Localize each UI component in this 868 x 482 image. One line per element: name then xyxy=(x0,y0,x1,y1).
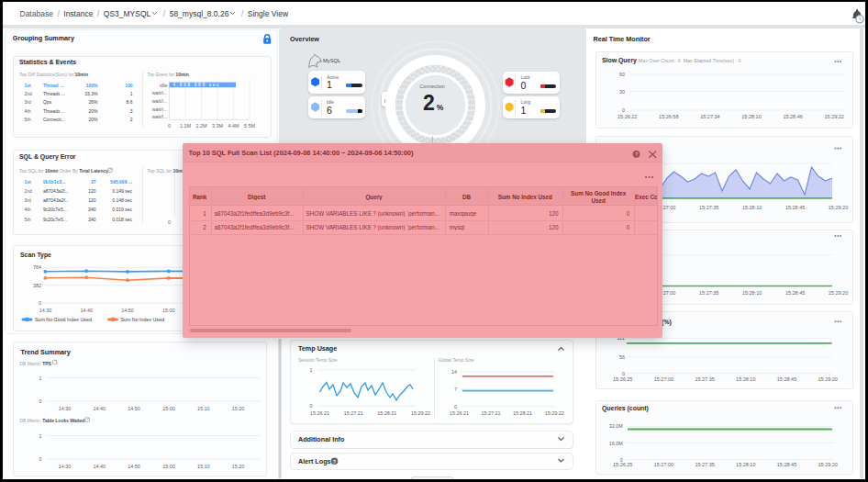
svg-text:Connection: Connection xyxy=(419,84,444,89)
svg-text:0: 0 xyxy=(168,123,171,129)
svg-text:15:10: 15:10 xyxy=(197,406,210,411)
svg-text:0: 0 xyxy=(310,403,313,409)
svg-text:15:26:21: 15:26:21 xyxy=(310,410,329,416)
svg-text:Sum No Index Used: Sum No Index Used xyxy=(121,317,164,322)
svg-text:15:26:25: 15:26:25 xyxy=(613,462,632,467)
svg-text:15:28:45: 15:28:45 xyxy=(777,376,796,382)
svg-text:1: 1 xyxy=(310,367,313,373)
svg-text:56: 56 xyxy=(619,354,625,360)
svg-text:15:27:35: 15:27:35 xyxy=(699,290,718,296)
svg-text:idle: idle xyxy=(160,83,167,88)
svg-text:3.3M: 3.3M xyxy=(212,123,223,129)
svg-text:0: 0 xyxy=(39,398,42,404)
svg-text:wait/l...: wait/l... xyxy=(151,114,168,119)
svg-text:0: 0 xyxy=(622,371,625,376)
svg-text:15:00: 15:00 xyxy=(162,464,175,469)
svg-text:wait/i...: wait/i... xyxy=(151,90,168,95)
svg-text:15:28:21: 15:28:21 xyxy=(513,410,532,416)
svg-text:15:00: 15:00 xyxy=(162,406,175,411)
svg-text:14:50: 14:50 xyxy=(121,308,134,313)
svg-text:15:26:22: 15:26:22 xyxy=(618,114,637,119)
svg-text:wait/i...: wait/i... xyxy=(151,106,168,112)
svg-text:15:29:20: 15:29:20 xyxy=(829,205,848,210)
svg-text:14:30: 14:30 xyxy=(39,308,52,313)
svg-text:15:20: 15:20 xyxy=(232,406,245,411)
svg-text:2: 2 xyxy=(423,91,435,115)
svg-text:14:40: 14:40 xyxy=(80,308,93,313)
svg-text:15:27:35: 15:27:35 xyxy=(695,462,714,467)
svg-text:15:28:10: 15:28:10 xyxy=(736,462,755,467)
svg-text:382: 382 xyxy=(33,283,41,288)
svg-text:15:26:25: 15:26:25 xyxy=(613,376,632,382)
svg-text:15:27:34: 15:27:34 xyxy=(700,114,719,119)
svg-text:0: 0 xyxy=(168,219,171,225)
svg-text:14:30: 14:30 xyxy=(59,464,72,469)
svg-text:32.0M: 32.0M xyxy=(609,423,623,429)
svg-text:14: 14 xyxy=(451,369,457,375)
svg-text:4.4M: 4.4M xyxy=(228,123,239,129)
svg-text:15:27:21: 15:27:21 xyxy=(344,410,363,416)
svg-text:764: 764 xyxy=(33,264,41,270)
svg-text:30: 30 xyxy=(619,89,625,95)
svg-text:15:26:21: 15:26:21 xyxy=(450,410,469,416)
svg-text:15:20: 15:20 xyxy=(232,464,245,469)
svg-text:15:29:20: 15:29:20 xyxy=(818,376,837,382)
svg-text:15:28:45: 15:28:45 xyxy=(785,205,805,210)
svg-text:15:27:35: 15:27:35 xyxy=(699,205,718,210)
svg-text:15:26:58: 15:26:58 xyxy=(659,114,678,119)
svg-text:1: 1 xyxy=(39,376,42,381)
svg-text:15:27:00: 15:27:00 xyxy=(654,462,673,467)
svg-text:wait/i...: wait/i... xyxy=(151,98,168,104)
svg-text:14:50: 14:50 xyxy=(128,464,140,469)
svg-text:15:28:45: 15:28:45 xyxy=(785,290,805,296)
svg-text:14:50: 14:50 xyxy=(128,406,140,411)
svg-text:1: 1 xyxy=(39,433,42,439)
svg-text:15:29:22: 15:29:22 xyxy=(545,410,564,416)
svg-text:15:28:21: 15:28:21 xyxy=(377,410,396,416)
svg-text:0: 0 xyxy=(39,300,41,306)
svg-text:4,608.989 sec: 4,608.989 sec xyxy=(173,83,220,87)
svg-text:15:28:10: 15:28:10 xyxy=(742,205,762,210)
svg-text:15:28:10: 15:28:10 xyxy=(741,114,761,119)
svg-text:14:40: 14:40 xyxy=(94,464,106,469)
svg-text:15:28:46: 15:28:46 xyxy=(783,114,802,119)
svg-text:15:10: 15:10 xyxy=(197,464,210,469)
svg-text:Sum No Good Index Used: Sum No Good Index Used xyxy=(35,317,92,322)
svg-text:15:28:10: 15:28:10 xyxy=(736,376,755,382)
svg-text:%: % xyxy=(437,103,444,112)
svg-text:?: ? xyxy=(333,459,336,465)
svg-text:15:28:10: 15:28:10 xyxy=(742,290,762,296)
svg-text:60: 60 xyxy=(619,72,625,77)
svg-text:0: 0 xyxy=(622,107,625,113)
svg-text:15:29:22: 15:29:22 xyxy=(824,114,843,119)
svg-text:14:40: 14:40 xyxy=(94,406,106,411)
svg-text:1.1M: 1.1M xyxy=(180,123,191,129)
svg-text:15:29:22: 15:29:22 xyxy=(411,410,430,416)
svg-text:16.0M: 16.0M xyxy=(609,441,623,446)
svg-text:0: 0 xyxy=(39,456,42,462)
svg-text:15:27:35: 15:27:35 xyxy=(695,376,714,382)
svg-text:15:29:20: 15:29:20 xyxy=(818,462,837,467)
svg-text:15:00: 15:00 xyxy=(162,308,175,313)
svg-text:7: 7 xyxy=(454,387,457,392)
svg-text:0: 0 xyxy=(454,404,457,409)
svg-text:15:29:20: 15:29:20 xyxy=(829,290,848,296)
svg-text:5.5M: 5.5M xyxy=(244,123,255,129)
svg-text:14:30: 14:30 xyxy=(59,406,72,411)
svg-text:15:27:21: 15:27:21 xyxy=(482,410,501,416)
svg-text:15:28:45: 15:28:45 xyxy=(777,462,796,467)
svg-text:15:27:00: 15:27:00 xyxy=(654,376,673,382)
svg-text:2.2M: 2.2M xyxy=(196,123,207,129)
